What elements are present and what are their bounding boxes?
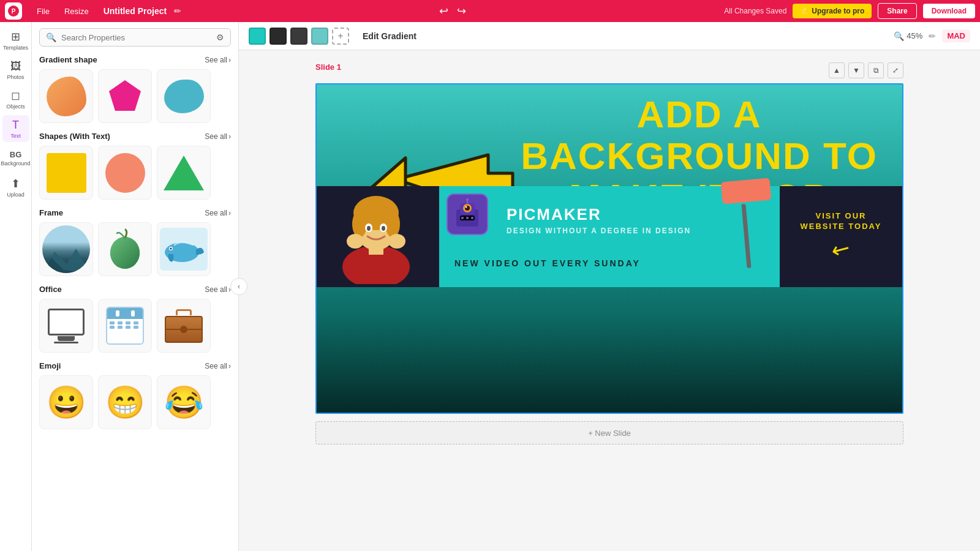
slide-expand-button[interactable]: ⤢ [888,62,903,78]
paint-roller [722,180,771,268]
search-input[interactable] [61,33,211,42]
banner-bottom: NEW VIDEO OUT EVERY SUNDAY [451,258,767,268]
office-grid [39,299,231,353]
section-emoji: Emoji See all › 😀 😁 😂 [32,358,238,434]
section-frame-header: Frame See all › [39,208,231,217]
office-item-2[interactable] [98,299,152,353]
svg-point-17 [352,211,367,238]
color-swatch-lightteal[interactable] [311,28,328,45]
rail-background[interactable]: BG Background [2,144,29,171]
zoom-icon: 🔍 [894,31,904,41]
slide-up-button[interactable]: ▲ [829,62,845,78]
banner-title: PICMAKER [507,205,601,224]
slide-down-button[interactable]: ▼ [848,62,864,78]
whale-frame [160,228,208,271]
emoji-item-2[interactable]: 😁 [98,375,152,429]
gradient-shape-see-all[interactable]: See all › [205,56,231,64]
office-item-1[interactable] [39,299,93,353]
emoji-item-1[interactable]: 😀 [39,375,93,429]
apple-frame [104,225,146,273]
menu-resize[interactable]: Resize [57,0,96,22]
design-canvas[interactable]: ADD A BACKGROUND TO MAKE IT POP [315,83,903,414]
undo-redo-group: ↩ ↪ [437,4,469,18]
emoji-item-3[interactable]: 😂 [157,375,211,429]
menu-file[interactable]: File [29,0,57,22]
shapes-text-see-all[interactable]: See all › [205,132,231,141]
frame-see-all[interactable]: See all › [205,209,231,217]
svg-point-6 [110,237,140,269]
new-slide-button[interactable]: + New Slide [315,421,903,444]
color-swatch-teal[interactable] [249,28,266,45]
shape-text-item-3[interactable] [157,146,211,200]
banner-mid-section: PICMAKER DESIGN WITHOUT A DEGREE IN DESI… [439,186,780,287]
color-swatch-black[interactable] [270,28,287,45]
banner-text-group: PICMAKER DESIGN WITHOUT A DEGREE IN DESI… [451,205,767,235]
gradient-shape-item-2[interactable] [98,69,152,123]
panel-collapse-button[interactable]: ‹ [230,278,247,295]
frame-item-1[interactable] [39,222,93,276]
shape-text-item-1[interactable] [39,146,93,200]
toolbar: + Edit Gradient 🔍 45% ✏ MAD [239,22,980,50]
rail-upload[interactable]: ⬆ Upload [2,174,29,201]
project-name[interactable]: Untitled Project [96,6,174,16]
icon-rail: ⊞ Templates 🖼 Photos ◻ Objects T Text BG… [0,22,32,551]
filter-icon[interactable]: ⚙ [216,32,224,42]
visit-text: VISIT OURWEBSITE TODAY [801,211,882,232]
rail-text[interactable]: T Text [2,115,29,142]
svg-point-29 [466,206,467,208]
saved-status: All Changes Saved [724,7,786,15]
office-item-3[interactable] [157,299,211,353]
slide-duplicate-button[interactable]: ⧉ [868,62,884,78]
bg-label: Background [1,160,30,167]
banner-right-section: VISIT OURWEBSITE TODAY ↙ [780,186,902,287]
section-shapes-text: Shapes (With Text) See all › [32,128,238,204]
share-button[interactable]: Share [878,3,916,19]
frame-item-2[interactable] [98,222,152,276]
svg-marker-2 [109,80,141,111]
frame-item-3[interactable] [157,222,211,276]
add-color-button[interactable]: + [332,28,349,45]
office-see-all[interactable]: See all › [205,285,231,294]
frame-grid [39,222,231,276]
download-button[interactable]: Download [923,4,975,18]
svg-rect-33 [461,217,464,219]
zoom-control[interactable]: 🔍 45% [894,31,922,41]
yellow-square-shape [47,153,86,193]
svg-rect-35 [471,217,473,219]
canvas-banner: PICMAKER DESIGN WITHOUT A DEGREE IN DESI… [317,186,902,287]
blob-shape-1 [47,77,86,116]
rail-templates[interactable]: ⊞ Templates [2,27,29,54]
cry-laugh-emoji: 😂 [164,386,204,418]
emoji-see-all[interactable]: See all › [205,362,231,370]
search-bar: 🔍 ⚙ [39,28,231,47]
robot-logo-svg [451,198,483,230]
rail-objects[interactable]: ◻ Objects [2,86,29,113]
upload-label: Upload [7,192,24,198]
svg-point-24 [388,234,405,249]
emoji-grid: 😀 😁 😂 [39,375,231,429]
redo-button[interactable]: ↪ [454,4,469,18]
objects-label: Objects [6,103,25,110]
gradient-shape-item-1[interactable] [39,69,93,123]
headline-line1: ADD A [521,94,878,135]
pentagon-shape [105,77,145,116]
photos-icon: 🖼 [10,60,21,73]
color-swatch-darkgray[interactable] [290,28,307,45]
blob-shape-2 [164,80,204,113]
person-svg [326,187,427,284]
upgrade-button[interactable]: ⭐ Upgrade to pro [793,4,872,18]
slide-header-row: Slide 1 ▲ ▼ ⧉ ⤢ [315,62,903,78]
shape-text-item-2[interactable] [98,146,152,200]
svg-point-18 [385,211,400,238]
main-layout: ⊞ Templates 🖼 Photos ◻ Objects T Text BG… [0,22,980,551]
mountain-frame [42,225,90,273]
edit-project-name-icon[interactable]: ✏ [174,6,181,16]
gradient-shape-grid [39,69,231,123]
star-icon: ⭐ [800,7,809,15]
rail-photos[interactable]: 🖼 Photos [2,56,29,83]
banner-person-section [317,186,439,287]
edit-pencil-icon[interactable]: ✏ [929,31,936,41]
undo-button[interactable]: ↩ [437,4,451,18]
canvas-area[interactable]: Slide 1 ▲ ▼ ⧉ ⤢ ADD A BACKGROUND TO MAKE… [239,50,980,551]
gradient-shape-item-3[interactable] [157,69,211,123]
